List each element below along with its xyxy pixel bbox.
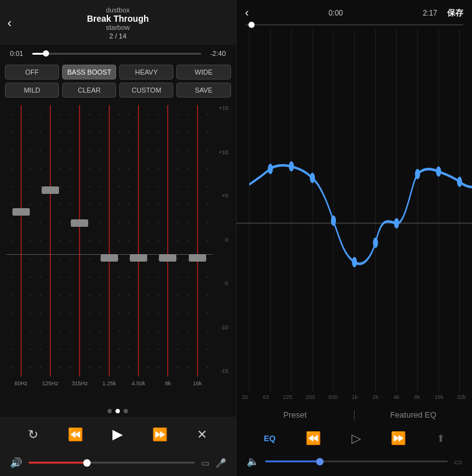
seekbar-track[interactable]	[32, 53, 201, 55]
svg-point-18	[394, 218, 399, 229]
preset-save[interactable]: SAVE	[176, 83, 230, 98]
db-label-n15: -15	[220, 368, 228, 374]
freq-125: 125	[283, 394, 293, 400]
svg-point-12	[268, 164, 273, 175]
forward-button[interactable]: ⏩	[149, 423, 171, 446]
right-cast-icon[interactable]: ▭	[454, 457, 462, 467]
db-label-n10: -10	[220, 324, 228, 331]
right-time-start: 0:00	[254, 9, 418, 17]
right-time-end: 2:17	[423, 9, 437, 17]
svg-point-15	[330, 216, 335, 226]
fader-handle-0[interactable]	[12, 208, 30, 216]
freq-500: 500	[329, 394, 338, 400]
volume-thumb	[83, 459, 91, 467]
mic-icon[interactable]: 🎤	[216, 458, 226, 468]
tab-featured-eq[interactable]: Featured EQ	[355, 408, 472, 422]
eq-curve-area	[237, 29, 473, 391]
track-count: 2 / 14	[10, 32, 226, 40]
dot-2[interactable]	[124, 409, 128, 413]
right-rewind-button[interactable]: ⏪	[306, 431, 321, 446]
fader-handle-3[interactable]	[101, 254, 118, 262]
fader-handle-2[interactable]	[71, 219, 88, 227]
preset-mild[interactable]: MILD	[5, 83, 59, 98]
right-volume-fill	[265, 460, 320, 462]
dot-0[interactable]	[107, 409, 112, 413]
faders-row: 60Hz125Hz315Hz1.25k4.50k8k16k	[6, 105, 230, 387]
right-seekbar-area	[237, 24, 473, 29]
fader-wrap-3[interactable]	[94, 105, 124, 377]
preset-custom[interactable]: CUSTOM	[119, 83, 173, 98]
fader-col-125k: 1.25k	[94, 105, 124, 387]
fader-col-315Hz: 315Hz	[65, 105, 94, 387]
fader-col-8k: 8k	[153, 105, 183, 387]
fader-handle-5[interactable]	[159, 254, 176, 262]
right-volume-slider[interactable]	[265, 460, 448, 462]
db-label-15: +15	[219, 105, 228, 111]
fader-line-0	[20, 105, 22, 377]
cast-icon[interactable]: ▭	[201, 458, 209, 468]
preset-bass-boost[interactable]: BASS BOOST	[62, 65, 116, 80]
preset-wide[interactable]: WIDE	[176, 65, 230, 80]
right-forward-button[interactable]: ⏩	[391, 431, 406, 446]
fader-line-5	[167, 105, 168, 377]
eq-toggle-button[interactable]: EQ	[264, 434, 276, 443]
seekbar-area: 0:01 -2:40	[0, 45, 236, 61]
fader-wrap-2[interactable]	[65, 105, 94, 377]
freq-250: 250	[306, 394, 315, 400]
freq-4k: 4k	[393, 394, 400, 400]
eq-curve-svg[interactable]	[237, 29, 473, 391]
volume-area: 🔊 ▭ 🎤	[0, 452, 236, 476]
volume-slider[interactable]	[29, 462, 195, 464]
rewind-button[interactable]: ⏪	[65, 423, 87, 446]
fader-handle-1[interactable]	[42, 186, 59, 194]
dot-1[interactable]	[116, 409, 120, 413]
volume-fill	[29, 462, 87, 464]
fader-wrap-4[interactable]	[124, 105, 153, 377]
back-button[interactable]: ‹	[7, 16, 12, 30]
fader-zero-line-1	[35, 254, 65, 255]
fader-label-6: 16k	[193, 380, 202, 387]
fader-handle-4[interactable]	[130, 254, 147, 262]
db-label-n5: -5	[223, 280, 228, 286]
seekbar-thumb	[43, 50, 49, 57]
time-remaining: -2:40	[206, 50, 226, 57]
freq-8k: 8k	[414, 394, 421, 400]
fader-handle-6[interactable]	[189, 254, 206, 262]
vol-right-icons: ▭ 🎤	[201, 458, 226, 468]
db-label-5: +5	[222, 193, 228, 199]
right-header: ‹ 0:00 2:17 保存	[237, 0, 473, 24]
right-transport: EQ ⏪ ▷ ⏩ ⬆	[237, 426, 473, 452]
preset-clear[interactable]: CLEAR	[62, 83, 116, 98]
svg-point-14	[309, 173, 314, 183]
freq-32k: 32k	[456, 394, 466, 400]
right-back-button[interactable]: ‹	[245, 6, 249, 19]
close-button[interactable]: ✕	[191, 423, 214, 446]
preset-off[interactable]: OFF	[5, 65, 59, 80]
fader-col-16k: 16k	[183, 105, 212, 387]
repeat-button[interactable]: ↻	[22, 423, 45, 446]
right-volume-icon: 🔈	[247, 455, 259, 467]
tab-preset[interactable]: Preset	[237, 408, 354, 422]
fader-zero-line-0	[6, 254, 35, 255]
fader-line-2	[79, 105, 80, 377]
db-labels: +15 +10 +5 0 -5 -10 -15	[219, 105, 228, 374]
fader-line-1	[50, 105, 51, 377]
fader-wrap-5[interactable]	[153, 105, 183, 377]
left-panel: ‹ dustbox Break Through starbow 2 / 14 0…	[0, 0, 236, 476]
fader-wrap-0[interactable]	[6, 105, 35, 377]
volume-icon: 🔊	[10, 457, 22, 469]
fader-label-3: 1.25k	[102, 380, 116, 387]
preset-heavy[interactable]: HEAVY	[119, 65, 173, 80]
fader-wrap-6[interactable]	[183, 105, 212, 377]
svg-point-17	[373, 237, 378, 248]
fader-wrap-1[interactable]	[35, 105, 65, 377]
svg-point-13	[289, 161, 294, 172]
right-save-button[interactable]: 保存	[447, 7, 463, 19]
fader-label-4: 4.50k	[132, 380, 145, 387]
freq-1k: 1k	[351, 394, 358, 400]
play-button[interactable]: ▶	[107, 423, 129, 446]
right-play-button[interactable]: ▷	[352, 431, 361, 446]
right-seekbar-track[interactable]	[245, 24, 464, 25]
fader-label-5: 8k	[165, 380, 171, 387]
right-share-button[interactable]: ⬆	[437, 433, 445, 444]
